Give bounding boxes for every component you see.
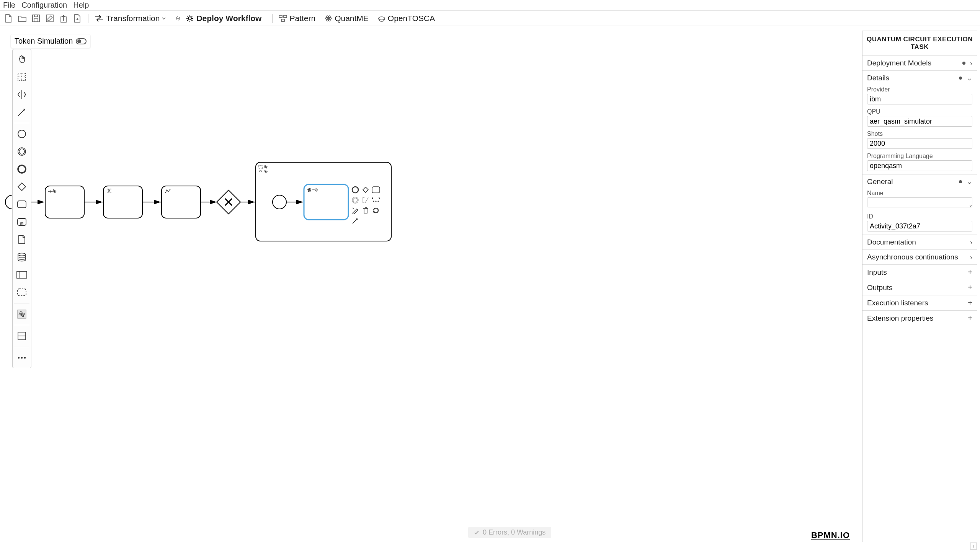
lasso-tool-icon[interactable]	[13, 68, 30, 85]
transformation-icon	[95, 15, 104, 22]
data-store-icon[interactable]	[13, 249, 30, 266]
gateway-icon[interactable]	[13, 178, 30, 195]
svg-point-57	[377, 201, 379, 202]
end-event-icon[interactable]	[13, 161, 30, 178]
new-file-icon[interactable]	[2, 12, 15, 24]
svg-rect-0	[33, 15, 39, 22]
section-deployment-models[interactable]: Deployment Models ›	[862, 55, 977, 70]
menu-configuration[interactable]: Configuration	[21, 1, 67, 10]
quantum-palette-icon[interactable]	[13, 306, 30, 323]
more-actions-icon[interactable]	[371, 196, 381, 205]
opentosca-button[interactable]: OpenTOSCA	[378, 14, 435, 23]
field-programming-language: Programming Language	[862, 152, 977, 174]
plus-icon[interactable]: +	[968, 268, 972, 277]
quantum-circuit-execution-task[interactable]	[304, 184, 348, 220]
task-icon[interactable]	[13, 196, 30, 213]
intermediate-event-icon[interactable]	[13, 143, 30, 160]
section-details[interactable]: Details ⌄	[862, 70, 977, 85]
open-folder-icon[interactable]	[16, 12, 28, 24]
panel-collapse-handle[interactable]: ›	[970, 543, 977, 549]
shots-input[interactable]	[867, 138, 972, 149]
subprocess-start-event[interactable]	[273, 195, 286, 209]
svg-rect-7	[281, 19, 284, 21]
connect-tool-icon[interactable]	[13, 104, 30, 121]
group-icon[interactable]	[13, 284, 30, 301]
svg-point-12	[379, 17, 385, 20]
start-event-icon[interactable]	[13, 126, 30, 142]
space-tool-icon[interactable]	[13, 86, 30, 103]
quantme-button[interactable]: QuantME	[325, 14, 369, 23]
task-1[interactable]	[45, 186, 84, 218]
upload-icon[interactable]	[57, 12, 70, 24]
field-label: Name	[867, 190, 972, 197]
participant-icon[interactable]	[13, 266, 30, 283]
section-label: Deployment Models	[867, 59, 931, 67]
pattern-button[interactable]: Pattern	[279, 14, 315, 23]
loop-icon[interactable]	[371, 206, 381, 215]
plus-icon[interactable]: +	[968, 298, 972, 307]
language-input[interactable]	[867, 160, 972, 171]
bpmn-io-logo[interactable]: BPMN.IO	[811, 530, 850, 540]
link-icon[interactable]	[173, 12, 183, 24]
svg-point-56	[375, 201, 376, 202]
save-icon[interactable]	[30, 12, 42, 24]
opentosca-label: OpenTOSCA	[388, 14, 435, 23]
pattern-palette-icon[interactable]	[13, 328, 30, 344]
export-icon[interactable]	[71, 12, 83, 24]
field-label: ID	[867, 213, 972, 220]
chevron-down-icon: ⌄	[967, 178, 972, 186]
token-simulation-toggle[interactable]: Token Simulation	[11, 34, 90, 48]
plus-icon[interactable]: +	[968, 283, 972, 292]
id-input[interactable]	[867, 221, 972, 231]
append-end-event-icon[interactable]	[351, 185, 360, 194]
connect-icon[interactable]	[351, 216, 360, 225]
section-inputs[interactable]: Inputs +	[862, 264, 977, 280]
svg-point-17	[18, 165, 26, 173]
svg-point-54	[353, 198, 358, 202]
plus-icon[interactable]: +	[968, 314, 972, 323]
dot-icon	[962, 62, 965, 65]
menubar: File Configuration Help	[0, 0, 980, 11]
svg-rect-24	[18, 289, 26, 296]
svg-point-31	[21, 357, 23, 359]
status-bar[interactable]: 0 Errors, 0 Warnings	[468, 527, 551, 538]
hand-tool-icon[interactable]	[13, 51, 30, 68]
section-extension-properties[interactable]: Extension properties +	[862, 310, 977, 326]
append-intermediate-event-icon[interactable]	[351, 196, 360, 205]
append-gateway-icon[interactable]	[361, 185, 370, 194]
deploy-workflow-button[interactable]: Deploy Workflow	[186, 14, 261, 23]
subprocess-icon[interactable]	[13, 214, 30, 230]
annotation-icon[interactable]	[361, 196, 370, 205]
section-execution-listeners[interactable]: Execution listeners +	[862, 295, 977, 310]
qpu-input[interactable]	[867, 116, 972, 127]
bpmn-diagram[interactable]	[0, 26, 459, 294]
transformation-label: Transformation	[106, 14, 160, 23]
opentosca-icon	[378, 15, 385, 22]
svg-point-55	[373, 201, 374, 202]
section-outputs[interactable]: Outputs +	[862, 280, 977, 295]
field-name: Name	[862, 189, 977, 212]
separator	[88, 14, 88, 23]
section-async-continuations[interactable]: Asynchronous continuations ›	[862, 249, 977, 264]
svg-rect-23	[17, 271, 27, 278]
append-task-icon[interactable]	[371, 185, 381, 194]
change-type-icon[interactable]	[351, 206, 360, 215]
svg-point-36	[170, 189, 171, 190]
transformation-button[interactable]: Transformation	[95, 14, 166, 23]
menu-help[interactable]: Help	[73, 1, 89, 10]
properties-title: QUANTUM CIRCUIT EXECUTION TASK	[862, 31, 977, 55]
name-input[interactable]	[867, 197, 972, 207]
section-documentation[interactable]: Documentation ›	[862, 235, 977, 249]
section-general[interactable]: General ⌄	[862, 174, 977, 189]
pattern-label: Pattern	[289, 14, 315, 23]
more-tools-icon[interactable]	[13, 349, 30, 366]
svg-point-14	[18, 130, 26, 138]
menu-file[interactable]: File	[3, 1, 15, 10]
palette	[12, 49, 31, 368]
delete-icon[interactable]	[361, 206, 370, 215]
data-object-icon[interactable]	[13, 231, 30, 248]
provider-input[interactable]	[867, 94, 972, 104]
save-as-icon[interactable]	[44, 12, 56, 24]
chevron-right-icon: ›	[970, 253, 972, 261]
field-provider: Provider	[862, 85, 977, 108]
